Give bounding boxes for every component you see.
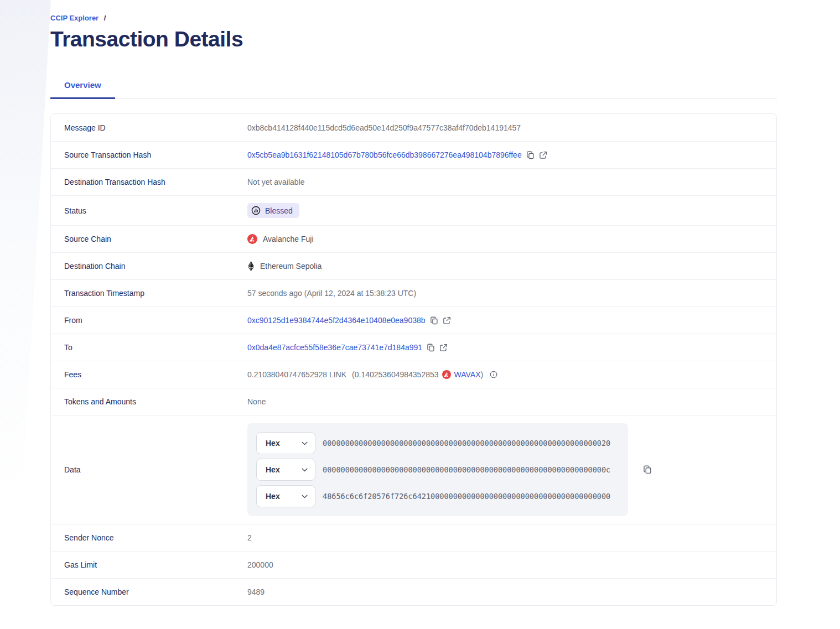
row-label: Data	[64, 465, 247, 474]
row-label: Message ID	[64, 123, 247, 132]
hex-format-select[interactable]: Hex	[256, 459, 315, 481]
row-label: Destination Transaction Hash	[64, 178, 247, 186]
breadcrumb-separator: /	[104, 14, 106, 22]
row-label: Tokens and Amounts	[64, 397, 247, 406]
row-label: Source Chain	[64, 235, 247, 243]
table-row-timestamp: Transaction Timestamp 57 seconds ago (Ap…	[51, 279, 776, 306]
row-label: Fees	[64, 370, 247, 379]
ethereum-sepolia-icon	[247, 261, 255, 272]
row-label: To	[64, 343, 247, 352]
background-decoration	[0, 0, 51, 548]
external-link-icon[interactable]	[439, 344, 448, 352]
avalanche-fuji-icon	[247, 234, 257, 244]
table-row-status: Status Blessed	[51, 195, 776, 225]
data-hex-value: 0000000000000000000000000000000000000000…	[323, 465, 610, 474]
row-label: Destination Chain	[64, 262, 247, 271]
row-label: Transaction Timestamp	[64, 289, 247, 298]
fees-close-paren: )	[481, 370, 484, 379]
data-hex-line: Hex 000000000000000000000000000000000000…	[256, 432, 619, 454]
data-hex-value: 0000000000000000000000000000000000000000…	[323, 439, 610, 448]
row-label: Gas Limit	[64, 560, 247, 569]
table-row-tokens: Tokens and Amounts None	[51, 388, 776, 415]
transaction-details-card: Message ID 0xb8cb414128f440e115dcd5d6ead…	[50, 113, 777, 606]
page-title: Transaction Details	[50, 27, 777, 51]
table-row-message-id: Message ID 0xb8cb414128f440e115dcd5d6ead…	[51, 114, 776, 141]
external-link-icon[interactable]	[539, 151, 547, 159]
source-tx-hash-link[interactable]: 0x5cb5ea9b1631f62148105d67b780b56fce66db…	[247, 150, 522, 159]
data-hex-line: Hex 000000000000000000000000000000000000…	[256, 459, 619, 481]
status-badge-label: Blessed	[265, 206, 293, 215]
message-id-value: 0xb8cb414128f440e115dcd5d6ead50e14d250f9…	[247, 123, 521, 132]
chevron-down-icon	[302, 441, 308, 445]
breadcrumb-link-ccip-explorer[interactable]: CCIP Explorer	[50, 14, 98, 22]
hex-format-select[interactable]: Hex	[256, 432, 315, 454]
timestamp-value: 57 seconds ago (April 12, 2024 at 15:38:…	[247, 289, 416, 298]
hex-select-label: Hex	[266, 465, 280, 474]
table-row-to: To 0x0da4e87acfce55f58e36e7cae73741e7d18…	[51, 334, 776, 361]
table-row-dest-tx-hash: Destination Transaction Hash Not yet ava…	[51, 168, 776, 195]
gas-limit-value: 200000	[247, 560, 273, 569]
copy-icon[interactable]	[427, 344, 435, 352]
data-hex-box: Hex 000000000000000000000000000000000000…	[247, 423, 628, 516]
dest-chain-name: Ethereum Sepolia	[260, 262, 322, 271]
table-row-sequence-number: Sequence Number 9489	[51, 578, 776, 605]
sender-nonce-value: 2	[247, 533, 252, 542]
info-icon[interactable]	[490, 371, 497, 378]
data-hex-value: 48656c6c6f20576f726c64210000000000000000…	[323, 492, 610, 501]
blessed-status-icon	[251, 206, 261, 215]
row-label: Source Transaction Hash	[64, 150, 247, 159]
to-address-link[interactable]: 0x0da4e87acfce55f58e36e7cae73741e7d184a9…	[247, 343, 422, 352]
status-badge: Blessed	[247, 203, 299, 218]
table-row-data: Data Hex 0000000000000000000000000000000…	[51, 415, 776, 524]
source-chain-name: Avalanche Fuji	[263, 235, 314, 243]
table-row-gas-limit: Gas Limit 200000	[51, 551, 776, 578]
table-row-source-chain: Source Chain Avalanche Fuji	[51, 225, 776, 252]
tab-overview[interactable]: Overview	[50, 75, 115, 99]
table-row-from: From 0xc90125d1e9384744e5f2d4364e10408e0…	[51, 306, 776, 334]
hex-format-select[interactable]: Hex	[256, 485, 315, 507]
row-label: Sequence Number	[64, 588, 247, 596]
copy-icon[interactable]	[643, 465, 652, 474]
row-label: Sender Nonce	[64, 533, 247, 542]
tab-bar: Overview	[50, 75, 777, 99]
row-label: Status	[64, 206, 247, 215]
breadcrumb: CCIP Explorer /	[50, 0, 777, 22]
dest-tx-hash-value: Not yet available	[247, 178, 305, 186]
wavax-token-link[interactable]: WAVAX	[454, 370, 481, 379]
page-content: CCIP Explorer / Transaction Details Over…	[50, 0, 777, 606]
hex-select-label: Hex	[266, 439, 280, 448]
row-label: From	[64, 316, 247, 325]
fees-link-amount: 0.21038040747652928 LINK	[247, 370, 346, 379]
chevron-down-icon	[302, 495, 308, 498]
chevron-down-icon	[302, 468, 308, 472]
from-address-link[interactable]: 0xc90125d1e9384744e5f2d4364e10408e0ea903…	[247, 316, 426, 325]
tokens-value: None	[247, 397, 266, 406]
table-row-dest-chain: Destination Chain Ethereum Sepolia	[51, 252, 776, 279]
table-row-fees: Fees 0.21038040747652928 LINK (0.1402536…	[51, 361, 776, 388]
table-row-source-tx-hash: Source Transaction Hash 0x5cb5ea9b1631f6…	[51, 141, 776, 168]
wavax-token-icon	[442, 370, 451, 379]
copy-icon[interactable]	[526, 151, 535, 159]
copy-icon[interactable]	[430, 316, 438, 325]
hex-select-label: Hex	[266, 492, 280, 501]
external-link-icon[interactable]	[443, 316, 451, 325]
table-row-sender-nonce: Sender Nonce 2	[51, 524, 776, 551]
sequence-number-value: 9489	[247, 588, 265, 596]
data-hex-line: Hex 48656c6c6f20576f726c6421000000000000…	[256, 485, 619, 507]
fees-native-amount: (0.140253604984352853	[352, 370, 439, 379]
